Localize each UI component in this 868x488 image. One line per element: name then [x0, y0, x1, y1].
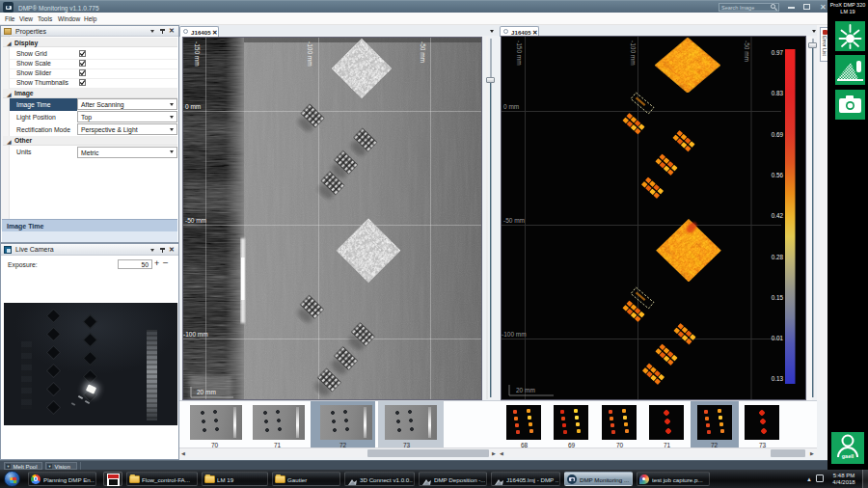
svg-text:0.15: 0.15: [772, 294, 784, 301]
svg-text:0.13: 0.13: [772, 375, 784, 382]
svg-text:-100 mm: -100 mm: [183, 331, 208, 338]
svg-text:-100 mm: -100 mm: [307, 41, 313, 67]
svg-text:0.83: 0.83: [772, 90, 784, 96]
svg-text:0.28: 0.28: [772, 254, 784, 260]
svg-text:0.97: 0.97: [772, 49, 784, 56]
svg-text:-50 mm: -50 mm: [503, 217, 525, 224]
svg-text:-100 mm: -100 mm: [502, 331, 527, 338]
svg-text:0.56: 0.56: [772, 172, 784, 178]
svg-text:0 mm: 0 mm: [185, 103, 201, 110]
svg-text:-150 mm: -150 mm: [516, 41, 523, 66]
svg-text:-50 mm: -50 mm: [185, 217, 206, 224]
svg-text:-150 mm: -150 mm: [194, 41, 201, 67]
svg-text:0.42: 0.42: [772, 212, 784, 219]
svg-text:20 mm: 20 mm: [197, 389, 216, 395]
svg-text:0 mm: 0 mm: [503, 103, 519, 110]
svg-text:20 mm: 20 mm: [516, 387, 535, 393]
svg-text:0.69: 0.69: [772, 131, 784, 138]
svg-text:-100 mm: -100 mm: [630, 41, 637, 66]
svg-text:-50 mm: -50 mm: [420, 41, 426, 63]
svg-text:0.01: 0.01: [772, 335, 784, 341]
svg-text:-50 mm: -50 mm: [744, 41, 750, 62]
